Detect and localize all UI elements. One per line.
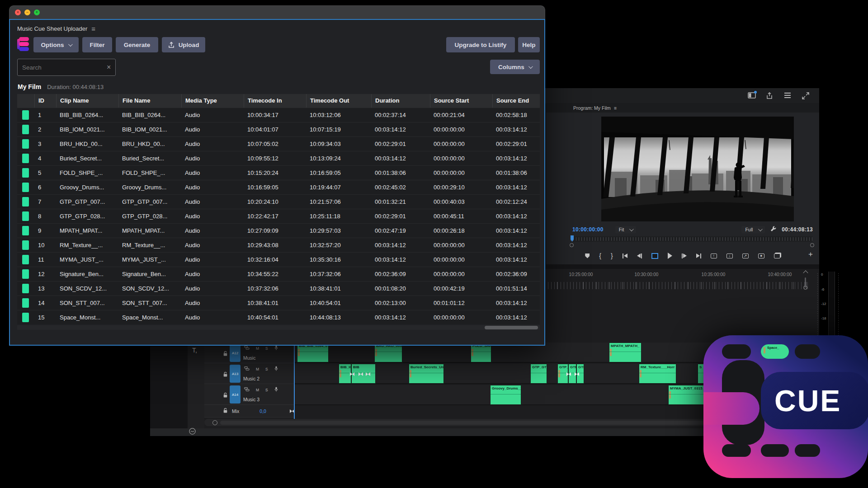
camera-icon[interactable]: ●	[758, 252, 764, 259]
program-video[interactable]	[601, 117, 794, 221]
export-frame-icon[interactable]: ↗	[742, 252, 749, 259]
column-header-source-end[interactable]: Source End	[492, 94, 540, 108]
timeline-clip[interactable]: MYMA_JUST_0315_	[668, 385, 704, 405]
workspace-icon[interactable]	[748, 92, 756, 99]
table-row[interactable]: 1BIB_BIB_0264...BIB_BIB_0264...Audio10:0…	[17, 108, 540, 122]
table-row[interactable]: 9MPATH_MPAT...MPATH_MPAT...Audio10:27:09…	[17, 223, 540, 238]
column-header-media-type[interactable]: Media Type	[181, 94, 244, 108]
mark-out-icon[interactable]: }	[611, 252, 613, 259]
comparison-view-icon[interactable]	[774, 252, 780, 259]
column-header-id[interactable]: ID	[34, 94, 56, 108]
timeline-playhead[interactable]	[294, 340, 295, 421]
table-horizontal-scrollbar[interactable]	[17, 325, 540, 330]
mute-button[interactable]: M	[256, 346, 259, 351]
upload-button[interactable]: Upload	[162, 37, 205, 52]
window-close-button[interactable]: ×	[15, 9, 21, 15]
current-timecode[interactable]: 10:00:00:00	[572, 226, 604, 233]
mark-in-icon[interactable]: {	[599, 252, 601, 259]
lock-icon[interactable]	[223, 391, 227, 399]
column-header-clip-name[interactable]: Clip Name	[56, 94, 118, 108]
track-badge[interactable]: A12	[230, 344, 241, 362]
column-header-duration[interactable]: Duration	[371, 94, 430, 108]
generate-button[interactable]: Generate	[116, 37, 158, 52]
column-header-timecode-out[interactable]: Timecode Out	[306, 94, 371, 108]
timeline-clip[interactable]: Buried_Secrets_Under	[409, 364, 444, 384]
mute-button[interactable]: M	[256, 367, 259, 371]
table-row[interactable]: 8GTP_GTP_028...GTP_GTP_028...Audio10:22:…	[17, 209, 540, 223]
creative-cloud-icon[interactable]	[189, 428, 196, 436]
search-input[interactable]	[18, 64, 107, 71]
monitor-scrubber[interactable]	[571, 236, 813, 242]
table-row[interactable]: 11MYMA_JUST_...MYMA_JUST_...Audio10:32:1…	[17, 252, 540, 267]
solo-button[interactable]: S	[265, 388, 268, 392]
lock-icon[interactable]	[223, 350, 227, 358]
fullscreen-icon[interactable]	[802, 92, 810, 99]
timeline-clip[interactable]: Groovy_Drums__30	[490, 385, 521, 405]
go-to-in-icon[interactable]	[623, 252, 627, 259]
play-button[interactable]	[668, 252, 672, 259]
timeline-clip[interactable]: GTP_GTP	[530, 364, 547, 384]
type-tool-icon[interactable]: T,	[192, 347, 197, 354]
scrubber-start-handle[interactable]	[570, 243, 574, 247]
help-button[interactable]: Help	[518, 37, 540, 52]
scroll-up-arrow-icon[interactable]	[803, 270, 808, 275]
voiceover-mic-icon[interactable]	[274, 345, 278, 351]
table-row[interactable]: 15Space_Monst...Space_Monst...Audio10:40…	[17, 310, 540, 324]
program-monitor-tab[interactable]: Program: My Film ≡	[546, 103, 819, 113]
column-header-swatch[interactable]	[17, 94, 34, 108]
window-zoom-button[interactable]: +	[34, 9, 40, 15]
add-marker-icon[interactable]	[585, 252, 590, 259]
timeline-vertical-scrollbar[interactable]	[803, 271, 807, 343]
table-row[interactable]: 6Groovy_Drums...Groovy_Drums...Audio10:1…	[17, 180, 540, 194]
options-button[interactable]: Options	[33, 37, 79, 52]
window-minimize-button[interactable]: −	[24, 9, 30, 15]
column-header-timecode-in[interactable]: Timecode In	[244, 94, 306, 108]
voiceover-mic-icon[interactable]	[274, 366, 278, 372]
step-back-icon[interactable]	[637, 252, 642, 259]
table-row[interactable]: 2BIB_IOM_0021...BIB_IOM_0021...Audio10:0…	[17, 122, 540, 136]
lift-icon[interactable]: ↑	[711, 252, 717, 259]
panel-menu-icon[interactable]: ≡	[614, 105, 617, 111]
column-header-file-name[interactable]: File Name	[118, 94, 181, 108]
zoom-level-select[interactable]: Fit	[615, 226, 637, 233]
voiceover-mic-icon[interactable]	[274, 387, 278, 393]
timeline-clip[interactable]: MPATH_MPATH_	[609, 343, 642, 362]
extract-icon[interactable]: ↓	[726, 252, 733, 259]
track-badge[interactable]: A14	[230, 385, 241, 404]
track-badge[interactable]: A13	[230, 365, 241, 383]
table-row[interactable]: 14SON_STT_007...SON_STT_007...Audio10:38…	[17, 296, 540, 310]
timeline-clip[interactable]: RM_Texture___Horr	[639, 364, 676, 384]
button-editor-plus-icon[interactable]: +	[808, 250, 813, 259]
filter-button[interactable]: Filter	[82, 37, 112, 52]
stop-button[interactable]	[651, 252, 658, 259]
mute-button[interactable]: M	[256, 388, 259, 392]
scrollbar-thumb[interactable]	[485, 326, 538, 329]
mix-track-header[interactable]: Mix0,0	[204, 405, 295, 418]
table-row[interactable]: 10RM_Texture__...RM_Texture__...Audio10:…	[17, 238, 540, 252]
table-row[interactable]: 5FOLD_SHPE_...FOLD_SHPE_...Audio10:15:20…	[17, 165, 540, 180]
playback-resolution-select[interactable]: Full	[741, 226, 765, 233]
go-to-out-icon[interactable]	[696, 252, 701, 259]
mix-value[interactable]: 0,0	[259, 408, 266, 414]
columns-button[interactable]: Columns	[490, 60, 540, 74]
track-header-a13[interactable]: A13MSMusic 2	[204, 363, 295, 384]
source-patch-icon[interactable]	[244, 387, 250, 392]
upgrade-to-listify-button[interactable]: Upgrade to Listify	[446, 37, 515, 52]
timeline-clip[interactable]: S	[698, 364, 704, 384]
table-row[interactable]: 3BRU_HKD_00...BRU_HKD_00...Audio10:07:05…	[17, 136, 540, 151]
clear-search-icon[interactable]: ×	[107, 63, 115, 71]
table-row[interactable]: 7GTP_GTP_007...GTP_GTP_007...Audio10:20:…	[17, 194, 540, 209]
lock-icon[interactable]	[223, 371, 227, 379]
source-patch-icon[interactable]	[244, 346, 250, 351]
share-icon[interactable]	[766, 92, 774, 99]
solo-button[interactable]: S	[265, 367, 268, 371]
panel-menu-icon[interactable]: ≡	[91, 25, 95, 33]
lock-icon[interactable]	[223, 408, 227, 414]
scrubber-end-handle[interactable]	[810, 243, 814, 247]
source-patch-icon[interactable]	[244, 366, 250, 371]
timeline-clip[interactable]: BIB_IO	[339, 364, 351, 384]
table-row[interactable]: 12Signature_Ben...Signature_Ben...Audio1…	[17, 267, 540, 281]
step-forward-icon[interactable]	[682, 252, 687, 259]
track-header-a14[interactable]: A14MSMusic 3	[204, 384, 295, 405]
column-header-source-start[interactable]: Source Start	[430, 94, 492, 108]
